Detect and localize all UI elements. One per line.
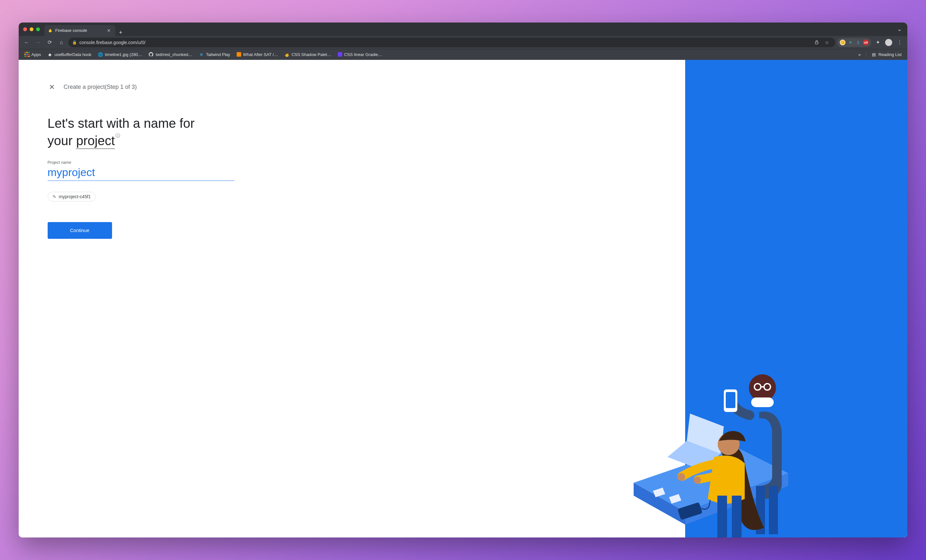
maximize-window-icon[interactable] bbox=[36, 27, 40, 31]
help-icon[interactable]: ⓘ bbox=[116, 133, 120, 138]
bookmark-favicon-icon: 🌐 bbox=[98, 52, 103, 57]
tab-close-icon[interactable]: ✕ bbox=[106, 27, 112, 34]
bookmark-label: Tailwind Play bbox=[206, 52, 230, 57]
bookmark-item[interactable]: 🌐timeline1.jpg (280… bbox=[95, 51, 145, 58]
svg-marker-6 bbox=[724, 441, 737, 456]
reload-button[interactable]: ⟳ bbox=[45, 38, 55, 47]
bookmark-label: CSS Shadow Palet… bbox=[291, 52, 331, 57]
reading-list-button[interactable]: ▤ Reading List bbox=[869, 51, 904, 58]
svg-rect-21 bbox=[717, 496, 727, 537]
bookmark-item[interactable]: What After SAT /… bbox=[234, 51, 281, 58]
traffic-lights bbox=[23, 27, 40, 31]
hero-line-1: Let's start with a name for bbox=[48, 116, 195, 130]
extensions-pill: 🙂 ⚛ ⟫ uO bbox=[837, 38, 871, 47]
forward-button[interactable]: → bbox=[33, 38, 43, 47]
bookmark-item[interactable]: 🧑CSS Shadow Palet… bbox=[282, 51, 334, 58]
extensions-puzzle-icon[interactable]: ✦ bbox=[873, 38, 882, 47]
bookmark-label: CSS linear Gradie… bbox=[344, 52, 382, 57]
bookmark-overflow[interactable]: » bbox=[856, 51, 863, 58]
svg-rect-15 bbox=[726, 392, 735, 408]
close-window-icon[interactable] bbox=[23, 27, 27, 31]
tab-strip: Firebase console ✕ + bbox=[44, 23, 894, 36]
bookmark-label: What After SAT /… bbox=[243, 52, 278, 57]
svg-rect-0 bbox=[815, 42, 818, 44]
reading-list-icon: ▤ bbox=[871, 52, 876, 57]
new-tab-button[interactable]: + bbox=[115, 29, 127, 36]
titlebar: Firebase console ✕ + ⌄ bbox=[19, 23, 908, 36]
extension-icon[interactable]: uO bbox=[863, 39, 869, 45]
bookmark-label: timeline1.jpg (280… bbox=[105, 52, 142, 57]
tailwind-icon: ≋ bbox=[199, 52, 204, 57]
bookmark-favicon-icon: 🧑 bbox=[284, 52, 289, 57]
star-icon[interactable]: ☆ bbox=[822, 38, 831, 47]
minimize-window-icon[interactable] bbox=[30, 27, 33, 31]
field-label: Project name bbox=[48, 160, 235, 165]
page-content: ✕ Create a project(Step 1 of 3) Let's st… bbox=[19, 60, 908, 538]
svg-rect-17 bbox=[769, 486, 778, 534]
svg-point-20 bbox=[694, 477, 701, 484]
main-form-area: ✕ Create a project(Step 1 of 3) Let's st… bbox=[19, 60, 685, 538]
illustration-panel bbox=[685, 60, 907, 538]
svg-point-13 bbox=[764, 383, 770, 390]
back-button[interactable]: ← bbox=[22, 38, 32, 47]
project-name-field: Project name bbox=[48, 160, 235, 181]
tab-overflow-icon[interactable]: ⌄ bbox=[894, 26, 905, 32]
extension-icon[interactable]: ⚛ bbox=[847, 39, 853, 45]
lock-icon: 🔒 bbox=[72, 40, 77, 45]
bookmark-item[interactable]: CSS linear Gradie… bbox=[335, 51, 385, 58]
bookmark-label: Apps bbox=[32, 52, 41, 57]
github-icon bbox=[148, 52, 154, 57]
url-text: console.firebase.google.com/u/0/ bbox=[80, 40, 145, 45]
svg-marker-3 bbox=[685, 473, 788, 525]
bookmark-label: useBufferData hook bbox=[54, 52, 91, 57]
svg-marker-5 bbox=[687, 414, 724, 454]
page-header: ✕ Create a project(Step 1 of 3) bbox=[48, 82, 657, 92]
project-term-underlined[interactable]: project bbox=[76, 134, 115, 149]
project-id-chip[interactable]: ✎ myproject-c45f1 bbox=[48, 192, 96, 201]
project-id-row: ✎ myproject-c45f1 bbox=[48, 192, 657, 201]
svg-rect-16 bbox=[756, 486, 765, 534]
svg-point-10 bbox=[749, 374, 776, 402]
profile-avatar[interactable] bbox=[884, 38, 893, 47]
chevron-more-icon: » bbox=[858, 52, 861, 57]
bookmark-favicon-icon: ◆ bbox=[47, 52, 53, 57]
share-icon[interactable] bbox=[812, 38, 821, 47]
apps-grid-icon bbox=[24, 52, 30, 57]
svg-point-12 bbox=[754, 383, 761, 390]
svg-point-18 bbox=[718, 433, 740, 455]
svg-rect-14 bbox=[724, 389, 737, 412]
hero-line-2-prefix: your bbox=[48, 134, 76, 148]
step-indicator: (Step 1 of 3) bbox=[105, 84, 137, 90]
svg-rect-22 bbox=[732, 496, 741, 537]
svg-rect-11 bbox=[751, 397, 774, 407]
pencil-icon: ✎ bbox=[53, 194, 56, 199]
bookmark-item[interactable]: twit/rest_chunked… bbox=[146, 51, 195, 58]
browser-window: Firebase console ✕ + ⌄ ← → ⟳ ⌂ 🔒 console… bbox=[19, 23, 908, 538]
page-title: Let's start with a name for your project… bbox=[48, 115, 228, 149]
bookmark-favicon-icon bbox=[237, 52, 241, 57]
continue-button[interactable]: Continue bbox=[48, 222, 112, 239]
close-icon[interactable]: ✕ bbox=[48, 82, 56, 92]
extension-icon[interactable]: 🙂 bbox=[840, 39, 846, 45]
omnibox[interactable]: 🔒 console.firebase.google.com/u/0/ ☆ bbox=[68, 38, 835, 47]
bookmark-favicon-icon bbox=[338, 52, 342, 57]
firebase-favicon-icon bbox=[48, 28, 53, 33]
bookmark-item[interactable]: ≋Tailwind Play bbox=[197, 51, 233, 58]
kebab-menu-icon[interactable]: ⋮ bbox=[895, 38, 904, 47]
bookmark-apps[interactable]: Apps bbox=[22, 51, 44, 58]
project-name-input[interactable] bbox=[48, 165, 235, 181]
tab-title: Firebase console bbox=[55, 28, 87, 33]
reading-list-label: Reading List bbox=[878, 52, 902, 57]
bookmark-item[interactable]: ◆useBufferData hook bbox=[45, 51, 94, 58]
home-button[interactable]: ⌂ bbox=[57, 38, 66, 47]
address-bar: ← → ⟳ ⌂ 🔒 console.firebase.google.com/u/… bbox=[19, 36, 908, 49]
tab-firebase-console[interactable]: Firebase console ✕ bbox=[44, 25, 115, 36]
bookmarks-bar: Apps ◆useBufferData hook 🌐timeline1.jpg … bbox=[19, 49, 908, 60]
breadcrumb: Create a project(Step 1 of 3) bbox=[64, 84, 137, 91]
extension-icon[interactable]: ⟫ bbox=[855, 39, 861, 45]
bookmark-label: twit/rest_chunked… bbox=[156, 52, 192, 57]
project-id-text: myproject-c45f1 bbox=[59, 194, 91, 199]
breadcrumb-title: Create a project bbox=[64, 84, 105, 90]
